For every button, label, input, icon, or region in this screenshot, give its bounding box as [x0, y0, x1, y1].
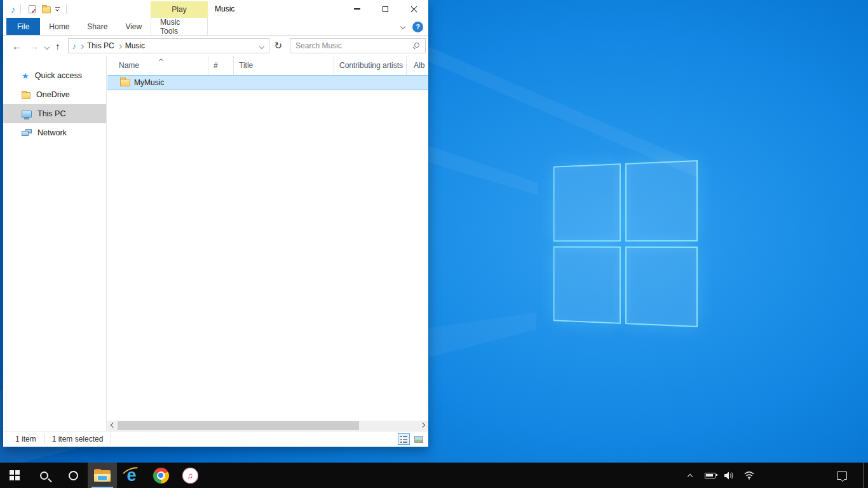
address-box[interactable]: ♪ This PC Music [68, 38, 269, 53]
scroll-right-button[interactable] [420, 423, 425, 428]
chevron-down-icon [55, 8, 59, 11]
windows-logo-pane [625, 246, 698, 327]
star-icon: ★ [22, 71, 29, 81]
column-header-title[interactable]: Title [234, 56, 334, 75]
divider [66, 4, 67, 14]
qat-properties-button[interactable] [27, 3, 38, 15]
windows-logo-pane [553, 163, 621, 241]
sidebar-item-label: Network [37, 128, 67, 137]
document-check-icon [29, 5, 36, 13]
tab-view[interactable]: View [116, 18, 151, 35]
search-icon [40, 471, 48, 480]
window-title: Music [215, 0, 234, 18]
battery-tray-button[interactable] [702, 463, 717, 488]
navigation-pane: ★ Quick access OneDrive This PC Network [3, 56, 107, 431]
chevron-up-icon [688, 473, 693, 478]
selection-count: 1 item selected [44, 434, 112, 444]
hidden-icons-button[interactable] [682, 463, 698, 488]
qat-customize-button[interactable] [55, 7, 60, 11]
taskbar-chrome-button[interactable] [146, 463, 175, 488]
minimize-button[interactable] [342, 0, 371, 18]
tab-share[interactable]: Share [78, 18, 116, 35]
file-explorer-window: ♪ Play Music File Home Share View Music … [3, 0, 428, 447]
file-list-pane: Name # Title Contributing artists Alb My… [107, 56, 428, 431]
maximize-icon [383, 6, 388, 12]
sidebar-item-label: OneDrive [36, 90, 70, 99]
taskbar-search-button[interactable] [29, 463, 58, 488]
volume-tray-button[interactable] [722, 463, 737, 488]
file-name: MyMusic [134, 78, 164, 87]
item-count: 1 item [3, 434, 44, 444]
taskbar-itunes-button[interactable]: ♫ [175, 463, 205, 488]
maximize-button[interactable] [371, 0, 400, 18]
breadcrumb-chevron-icon [79, 44, 84, 48]
back-button[interactable]: ← [8, 41, 25, 51]
forward-button[interactable]: → [25, 41, 43, 51]
details-view-button[interactable] [398, 433, 410, 445]
monitor-icon [22, 111, 32, 118]
breadcrumb-chevron-icon [118, 44, 122, 48]
column-header-number[interactable]: # [208, 56, 234, 75]
action-center-button[interactable] [834, 463, 850, 488]
sidebar-item-this-pc[interactable]: This PC [3, 104, 106, 123]
close-icon [410, 6, 417, 13]
column-header-contributing-artists[interactable]: Contributing artists [334, 56, 407, 75]
windows-logo-icon [10, 470, 20, 480]
start-button[interactable] [0, 463, 29, 488]
address-dropdown-button[interactable] [259, 44, 264, 49]
folder-icon [120, 79, 130, 86]
minimize-icon [354, 8, 360, 10]
cortana-circle-icon [69, 471, 78, 480]
breadcrumb-music[interactable]: Music [125, 41, 145, 50]
network-icon [22, 129, 32, 137]
column-header-name[interactable]: Name [107, 56, 208, 75]
window-controls [342, 0, 428, 18]
sidebar-item-quick-access[interactable]: ★ Quick access [3, 66, 106, 85]
action-center-icon [837, 471, 847, 480]
scroll-left-button[interactable] [111, 423, 116, 428]
help-button[interactable]: ? [412, 22, 423, 32]
internet-explorer-icon: e [123, 466, 140, 484]
recent-locations-button[interactable] [43, 42, 51, 51]
chevron-down-icon [44, 44, 50, 50]
search-icon [414, 43, 419, 48]
wifi-icon [743, 471, 755, 480]
large-icons-view-button[interactable] [412, 433, 424, 445]
expand-ribbon-button[interactable] [400, 24, 405, 29]
tab-music-tools[interactable]: Music Tools [151, 18, 208, 35]
column-header-album[interactable]: Alb [407, 56, 428, 75]
tab-file[interactable]: File [6, 18, 40, 35]
contextual-tab-group-play[interactable]: Play [151, 1, 208, 18]
windows-logo-wallpaper [553, 160, 698, 327]
title-bar: ♪ Play Music [3, 0, 428, 18]
sidebar-item-network[interactable]: Network [3, 123, 106, 142]
ribbon-tabs: File Home Share View Music Tools ? [3, 18, 428, 36]
windows-logo-pane [625, 160, 698, 241]
network-tray-button[interactable] [742, 463, 757, 488]
up-button[interactable]: ↑ [51, 41, 64, 51]
folder-icon [22, 92, 31, 99]
taskbar-internet-explorer-button[interactable]: e [117, 463, 146, 488]
breadcrumb-this-pc[interactable]: This PC [87, 41, 114, 50]
column-headers: Name # Title Contributing artists Alb [107, 56, 428, 75]
search-input[interactable] [295, 41, 410, 50]
file-row-mymusic[interactable]: MyMusic [107, 75, 428, 90]
taskbar: e ♫ [0, 463, 868, 488]
qat-new-folder-button[interactable] [41, 3, 52, 15]
cortana-button[interactable] [58, 463, 88, 488]
battery-icon [705, 473, 715, 478]
search-box [290, 38, 426, 53]
scrollbar-thumb[interactable] [118, 421, 359, 430]
system-tray [682, 463, 868, 488]
taskbar-file-explorer-button[interactable] [88, 463, 117, 488]
status-bar: 1 item 1 item selected [3, 431, 428, 447]
tab-home[interactable]: Home [40, 18, 78, 35]
sidebar-item-onedrive[interactable]: OneDrive [3, 85, 106, 104]
speaker-icon [724, 471, 736, 480]
close-button[interactable] [400, 0, 428, 18]
refresh-button[interactable]: ↻ [269, 40, 288, 51]
show-desktop-button[interactable] [863, 463, 868, 488]
location-music-note-icon: ♪ [72, 41, 77, 51]
horizontal-scrollbar[interactable] [107, 421, 428, 431]
thumbnail-view-icon [414, 436, 423, 443]
